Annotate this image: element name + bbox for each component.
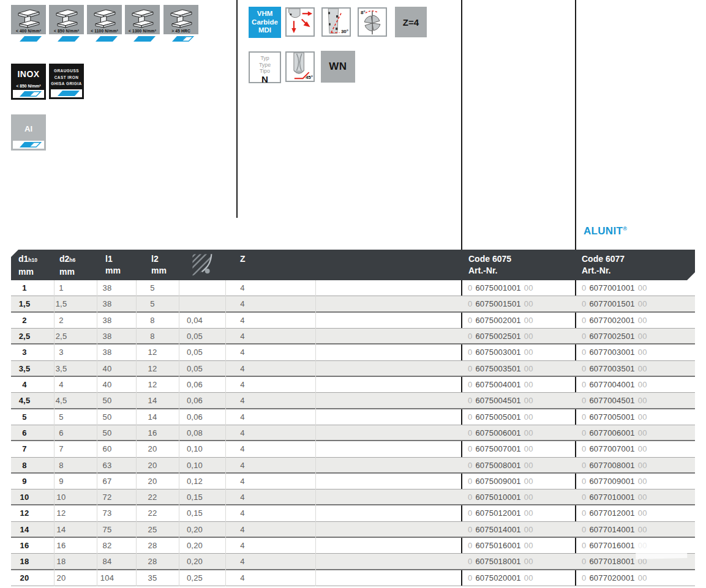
cell-d1: 5: [11, 409, 38, 425]
cell-d2: 9: [47, 474, 76, 489]
cell-z: 4: [229, 344, 256, 360]
table-row: 2,52,53880,05406075002501000607700250100: [11, 329, 695, 344]
cell-z: 4: [229, 425, 256, 440]
side-milling-icon: [285, 7, 315, 37]
cell-z: 4: [229, 489, 256, 504]
divider-line: [236, 0, 238, 218]
type-label-de: Typ: [250, 55, 280, 62]
machinability-strip: [13, 90, 44, 98]
table-row: 5550140,06406075005001000607700500100: [11, 409, 695, 425]
cell-d1: 3,5: [11, 361, 38, 376]
article-number-6075: 0607500150100: [468, 296, 533, 311]
flutes-label: Z=4: [403, 17, 419, 28]
article-number-6077: 0607700200100: [582, 313, 647, 328]
column-rule: [225, 280, 226, 586]
full-parallelogram-icon: [91, 35, 119, 42]
cell-d2: 6: [47, 425, 76, 440]
cell-d1: 14: [11, 522, 38, 537]
cell-z: 4: [229, 377, 256, 392]
article-number-6077: 0607700150100: [582, 296, 647, 311]
article-number-6077: 0607701400100: [582, 522, 647, 537]
article-number-6077: 0607700350100: [582, 361, 647, 376]
article-number-6075: 0607500250100: [468, 329, 533, 343]
registered-trademark-icon: ®: [623, 226, 627, 232]
article-number-6077: 0607700900100: [582, 474, 647, 489]
full-parallelogram-icon: [53, 35, 81, 42]
cell-d1: 7: [11, 441, 38, 456]
article-number-6075: 0607500900100: [468, 474, 533, 489]
ibeam-icon: [130, 9, 156, 28]
article-number-6077: 0607700450100: [582, 393, 647, 408]
article-number-6075: 0607500350100: [468, 361, 533, 376]
column-rule: [54, 280, 54, 586]
cell-z: 4: [229, 296, 256, 311]
cell-d1: 1: [11, 280, 38, 296]
article-number-6075: 0607500200100: [468, 313, 533, 328]
header-d2: d2h6 mm: [59, 254, 75, 277]
end-view-icon: 8°: [358, 7, 387, 37]
header-code-6075: Code 6075 Art.-Nr.: [468, 254, 511, 276]
full-parallelogram-icon: [15, 35, 43, 42]
cell-chamfer: 0,15: [180, 489, 209, 504]
cell-d1: 2: [11, 313, 38, 328]
vhm-line: VHM: [257, 10, 273, 18]
article-number-6075: 0607501800100: [468, 554, 533, 568]
article-number-6075: 0607500400100: [468, 377, 533, 392]
table-row: 4,54,550140,0640607500450100060770045010…: [11, 393, 695, 409]
material-icon-steel-1300: < 1300 N/mm²: [125, 5, 160, 43]
cell-chamfer: 0,10: [180, 441, 209, 456]
cell-z: 4: [229, 538, 256, 553]
cell-l2: 20: [138, 441, 167, 456]
cell-chamfer: 0,15: [180, 505, 209, 521]
chamfer-icon: 45°: [285, 51, 315, 82]
table-row: 3,53,540120,0540607500350100060770035010…: [11, 361, 695, 377]
table-row: 181884280,20406075018001000607701800100: [11, 554, 695, 570]
machinability-strip: [11, 34, 46, 43]
article-number-6077: 0607702000100: [582, 570, 647, 586]
machinability-strip: [51, 89, 82, 97]
cell-chamfer: 0,05: [180, 344, 209, 360]
half-parallelogram-icon: [15, 141, 43, 148]
cell-d2: 16: [47, 538, 76, 553]
cell-d2: 20: [47, 570, 76, 586]
cell-chamfer: 0,20: [180, 538, 209, 553]
material-strength-label: > 45 HRC: [171, 29, 190, 34]
cell-d2: 18: [47, 554, 76, 568]
table-row: 7760200,10406075007001000607700700100: [11, 441, 695, 457]
helix-angle-icon: 30°: [321, 7, 351, 37]
cell-l2: 22: [138, 505, 167, 521]
cell-l2: 20: [138, 458, 167, 472]
vhm-carbide-badge: VHM Carbide MDI: [249, 7, 281, 38]
cell-chamfer: 0,08: [180, 425, 209, 440]
cell-chamfer: 0,06: [180, 377, 209, 392]
ibeam-icon: [16, 9, 42, 28]
header-l1: l1 mm: [105, 254, 121, 276]
cell-d2: 2: [47, 313, 76, 328]
catalog-page: < 400 N/mm² < 850 N/mm² < 1100 N/mm² < 1…: [0, 0, 706, 588]
article-number-6077: 0607700100100: [582, 280, 647, 296]
inox-label: INOX: [11, 64, 46, 79]
wn-label: WN: [329, 61, 347, 73]
cell-l2: 20: [138, 474, 167, 489]
type-n-badge: Typ Type Tipo N: [249, 51, 281, 83]
material-strength-label: < 1100 N/mm²: [91, 29, 118, 34]
cell-d2: 3: [47, 344, 76, 360]
cell-z: 4: [229, 458, 256, 472]
article-number-6075: 0607500450100: [468, 393, 533, 408]
table-row: 6650160,08406075006001000607700600100: [11, 425, 695, 441]
cell-l2: 14: [138, 393, 167, 408]
table-row: 223880,04406075002001000607700200100: [11, 313, 695, 329]
article-number-6075: 0607501200100: [468, 505, 533, 521]
column-rule: [97, 280, 97, 586]
cell-d2: 14: [47, 522, 76, 537]
cell-chamfer: 0,20: [180, 522, 209, 537]
cell-d2: 8: [47, 458, 76, 472]
article-number-6075: 0607501000100: [468, 489, 533, 504]
cell-chamfer: [180, 296, 209, 311]
half-parallelogram-icon: [15, 91, 43, 97]
cell-z: 4: [229, 313, 256, 328]
article-number-6077: 0607700800100: [582, 458, 647, 472]
cell-l2: 22: [138, 489, 167, 504]
cell-d1: 1,5: [11, 296, 38, 311]
alunit-brand-label: ALUNIT®: [584, 225, 627, 237]
